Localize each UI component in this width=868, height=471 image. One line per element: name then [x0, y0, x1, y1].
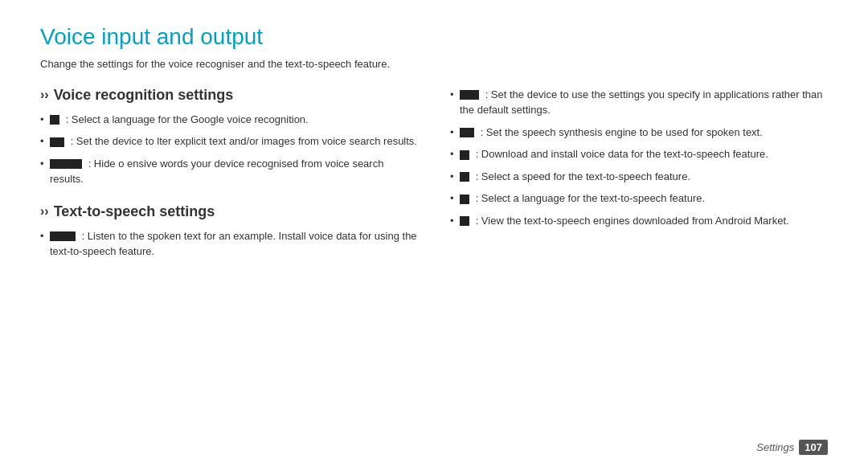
block-icon: [50, 115, 59, 125]
block-icon: [460, 195, 469, 204]
block-icon: [460, 172, 469, 182]
list-item: : Select a language for the Google voice…: [40, 112, 418, 128]
chevron-icon: ››: [40, 88, 49, 102]
page-subtitle: Change the settings for the voice recogn…: [40, 56, 828, 72]
block-icon: [460, 216, 469, 226]
right-list: : Set the device to use the settings you…: [450, 87, 828, 229]
section-heading-voice-recognition: ›› Voice recognition settings: [40, 87, 418, 104]
chevron-icon: ››: [40, 204, 49, 219]
list-item: : Hide o ensive words your device recogn…: [40, 156, 418, 187]
section-heading-tts: ›› Text-to-speech settings: [40, 203, 418, 220]
list-item: : Download and install voice data for th…: [450, 146, 828, 162]
content-columns: ›› Voice recognition settings : Select a…: [40, 87, 828, 432]
list-item: : Set the speech synthesis engine to be …: [450, 125, 828, 141]
block-icon: [50, 159, 82, 169]
footer: Settings 107: [40, 432, 828, 455]
block-icon: [460, 90, 479, 100]
list-item: : Select a language for the text-to-spee…: [450, 190, 828, 207]
block-icon: [460, 150, 469, 160]
list-item: : Set the device to use the settings you…: [450, 87, 828, 118]
tts-list: : Listen to the spoken text for an examp…: [40, 228, 418, 260]
voice-recognition-list: : Select a language for the Google voice…: [40, 112, 418, 187]
block-icon: [50, 137, 64, 147]
column-right: : Set the device to use the settings you…: [450, 87, 828, 432]
footer-page-number: 107: [799, 440, 828, 455]
block-icon: [460, 128, 474, 137]
list-item: : Listen to the spoken text for an examp…: [40, 228, 418, 260]
page-title: Voice input and output: [40, 24, 828, 50]
block-icon: [50, 231, 76, 241]
list-item: : View the text-to-speech engines downlo…: [450, 213, 828, 229]
list-item: : Select a speed for the text-to-speech …: [450, 169, 828, 185]
list-item: : Set the device to lter explicit text a…: [40, 133, 418, 149]
column-left: ›› Voice recognition settings : Select a…: [40, 87, 418, 432]
footer-label: Settings: [756, 441, 794, 453]
page: Voice input and output Change the settin…: [0, 0, 868, 471]
